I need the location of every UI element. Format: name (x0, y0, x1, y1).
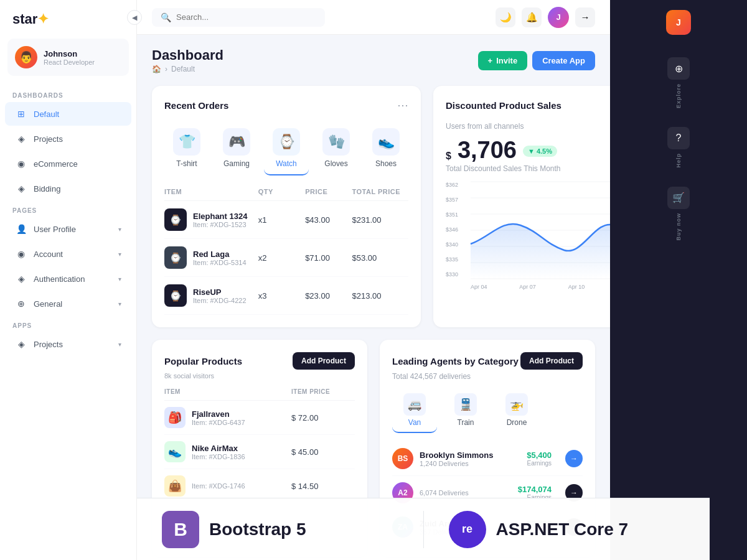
search-input[interactable] (176, 12, 316, 22)
agent-action-button[interactable]: → (565, 450, 583, 467)
watch-icon: ⌚ (273, 128, 300, 156)
drone-icon: 🚁 (505, 393, 528, 416)
agent-tab-train[interactable]: 🚆 Train (443, 388, 488, 433)
logo-star: ✦ (37, 11, 49, 27)
y-label: $330 (446, 271, 466, 278)
category-tab-gaming[interactable]: 🎮 Gaming (214, 122, 259, 175)
bidding-icon: ◈ (15, 182, 27, 195)
x-label: Apr 10 (568, 284, 585, 290)
projects-icon: ◈ (15, 133, 27, 145)
topbar-actions: 🌙 🔔 J → (496, 7, 595, 28)
category-tab-gloves[interactable]: 🧤 Gloves (314, 122, 359, 175)
buy-now-label: Buy now (675, 213, 682, 241)
add-product-agents-button[interactable]: Add Product (520, 352, 583, 370)
sidebar-item-user-profile[interactable]: 👤 User Profile ▾ (5, 217, 131, 241)
explore-section[interactable]: ⊕ Explore (667, 57, 690, 108)
train-icon: 🚆 (454, 393, 477, 416)
card-header: Discounted Product Sales ⋯ (446, 98, 610, 112)
sidebar-item-apps-projects[interactable]: ◈ Projects ▾ (5, 332, 131, 356)
card-title: Recent Orders (164, 100, 228, 111)
shoes-icon: 👟 (372, 128, 400, 156)
bootstrap-label: Bootstrap 5 (209, 520, 306, 539)
sidebar-collapse-button[interactable]: ◀ (127, 10, 142, 25)
y-label: $340 (446, 241, 466, 248)
category-tab-shoes[interactable]: 👟 Shoes (364, 122, 408, 175)
chart-area: $362 $357 $351 $346 $340 $335 $330 (446, 182, 610, 290)
item-info: ⌚ RiseUP Item: #XDG-4222 (164, 284, 258, 307)
gloves-icon: 🧤 (322, 128, 350, 156)
theme-icon[interactable]: 🌙 (496, 7, 515, 27)
right-panel: J ⊕ Explore ? Help 🛒 Buy now (610, 0, 747, 560)
arrow-icon[interactable]: → (575, 7, 595, 27)
table-row: ⌚ Red Laga Item: #XDG-5314 x2 $71.00 $53… (164, 239, 408, 277)
aspnet-label: ASP.NET Core 7 (496, 520, 629, 539)
category-tab-watch[interactable]: ⌚ Watch (264, 122, 309, 175)
apps-icon: ◈ (15, 338, 27, 350)
breadcrumb-current: Default (171, 65, 195, 73)
card-title: Discounted Product Sales (446, 100, 561, 111)
amount-value: 3,706 (458, 138, 517, 162)
chevron-icon: ▾ (118, 341, 121, 348)
user-profile-card[interactable]: 👨 Johnson React Developer (7, 39, 129, 76)
add-product-button[interactable]: Add Product (293, 352, 355, 370)
sidebar-item-default[interactable]: ⊞ Default (5, 102, 131, 126)
home-icon: 🏠 (152, 65, 161, 73)
invite-button[interactable]: + Invite (478, 51, 528, 70)
topbar-avatar[interactable]: J (548, 7, 569, 28)
popular-subtitle: 8k social visitors (164, 372, 355, 380)
user-role: React Developer (44, 58, 95, 66)
chevron-icon: ▾ (118, 276, 121, 282)
down-icon: ▼ (528, 147, 535, 155)
avatar: 👨 (15, 46, 37, 68)
category-tab-tshirt[interactable]: 👕 T-shirt (164, 122, 209, 175)
grid-icon: ⊞ (15, 108, 27, 120)
popular-header: Popular Products Add Product (164, 352, 355, 370)
ecommerce-icon: ◉ (15, 157, 27, 170)
explore-icon: ⊕ (667, 57, 690, 80)
sidebar-item-projects[interactable]: ◈ Projects (5, 127, 131, 151)
category-tabs: 👕 T-shirt 🎮 Gaming ⌚ Watch 🧤 (164, 122, 408, 175)
tshirt-icon: 👕 (173, 128, 200, 156)
agents-subtitle: Total 424,567 deliveries (392, 372, 583, 381)
agent-tab-drone[interactable]: 🚁 Drone (494, 388, 539, 433)
line-chart (471, 182, 610, 281)
card-title: Popular Products (164, 356, 242, 366)
buy-now-section[interactable]: 🛒 Buy now (667, 187, 690, 241)
products-table-headers: ITEM ITEM PRICE (164, 388, 355, 401)
item-info: ⌚ Red Laga Item: #XDG-5314 (164, 246, 258, 269)
account-icon: ◉ (15, 248, 27, 260)
search-box[interactable]: 🔍 (152, 8, 325, 27)
header-buttons: + Invite Create App (478, 51, 595, 70)
sidebar-label: eCommerce (34, 159, 78, 169)
sidebar-item-ecommerce[interactable]: ◉ eCommerce (5, 152, 131, 175)
sidebar-item-bidding[interactable]: ◈ Bidding (5, 177, 131, 200)
sidebar-label: User Profile (34, 225, 76, 234)
sidebar: star✦ 👨 Johnson React Developer DASHBOAR… (0, 0, 137, 560)
sidebar-item-authentication[interactable]: ◈ Authentication ▾ (5, 267, 131, 291)
sidebar-item-account[interactable]: ◉ Account ▾ (5, 242, 131, 266)
sidebar-section-dashboards: DASHBOARDS (0, 86, 136, 101)
breadcrumb-sep: › (165, 65, 167, 73)
agent-tab-van[interactable]: 🚐 Van (392, 388, 437, 433)
search-icon: 🔍 (161, 12, 171, 22)
menu-icon[interactable]: ⋯ (397, 98, 408, 112)
table-row: ⌚ RiseUP Item: #XDG-4222 x3 $23.00 $213.… (164, 277, 408, 315)
explore-label: Explore (675, 83, 682, 108)
notifications-icon[interactable]: 🔔 (522, 7, 542, 27)
auth-icon: ◈ (15, 273, 27, 285)
y-label: $346 (446, 226, 466, 233)
help-section[interactable]: ? Help (667, 127, 690, 168)
agent-tabs: 🚐 Van 🚆 Train 🚁 Drone (392, 388, 583, 433)
sidebar-label: Projects (34, 340, 63, 349)
breadcrumb: 🏠 › Default (152, 65, 223, 73)
create-app-button[interactable]: Create App (532, 51, 595, 70)
page-title: Dashboard (152, 47, 223, 63)
agent-avatar: BS (392, 448, 413, 469)
amount-badge: ▼ 4.5% (523, 146, 557, 157)
sidebar-item-general[interactable]: ⊕ General ▾ (5, 292, 131, 315)
product-row: 👟 Nike AirMax Item: #XDG-1836 $ 45.00 (164, 435, 355, 469)
x-label: Apr 04 (471, 284, 487, 290)
sales-amount: $ 3,706 ▼ 4.5% (446, 138, 610, 162)
chevron-icon: ▾ (118, 251, 121, 258)
item-info: ⌚ Elephant 1324 Item: #XDG-1523 (164, 208, 258, 231)
